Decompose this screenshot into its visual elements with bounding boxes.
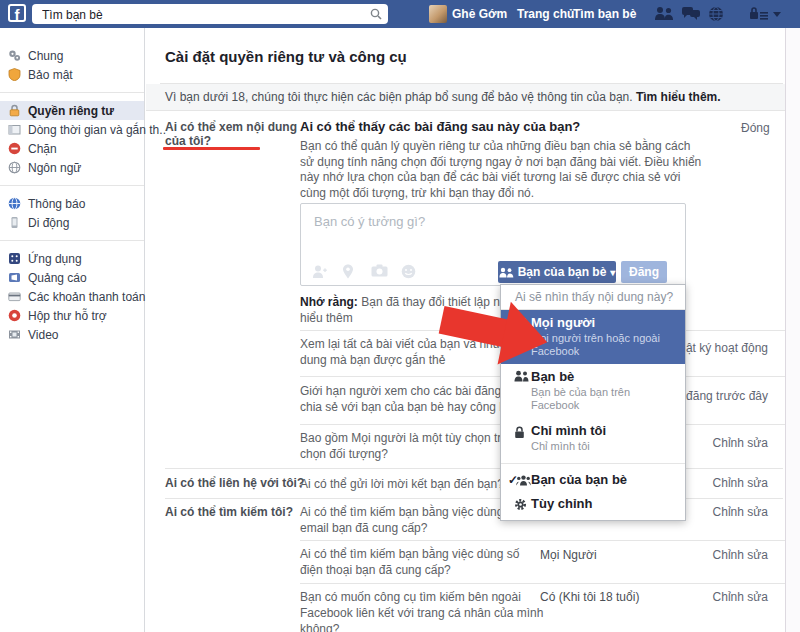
profile-name-link[interactable]: Ghẻ Gớm [452, 7, 507, 21]
sidebar-item-privacy[interactable]: Quyền riêng tư [0, 101, 144, 120]
lock-small-icon [514, 426, 525, 439]
sidebar-divider [0, 185, 144, 186]
minor-protection-notice: Vì bạn dưới 18, chúng tôi thực hiện các … [146, 84, 785, 111]
credit-card-icon [8, 290, 21, 303]
learn-more-link[interactable]: Tìm hiểu thêm. [636, 90, 721, 104]
friend-requests-icon[interactable] [654, 6, 674, 21]
nav-home-link[interactable]: Trang chủ [517, 7, 574, 21]
sidebar-item-ads[interactable]: Quảng cáo [0, 268, 144, 287]
top-navigation-bar: f Ghẻ Gớm Trang chủ Tìm bạn bè [0, 0, 800, 28]
section-label-who-can-look-up: Ai có thể tìm kiếm tôi? [165, 505, 305, 519]
lifebuoy-icon [8, 309, 21, 322]
messages-icon[interactable] [681, 6, 701, 21]
ads-icon [8, 271, 21, 284]
row-divider [300, 540, 785, 541]
group-icon [516, 475, 531, 486]
mobile-icon [8, 216, 21, 229]
annotation-arrow-shaft [439, 306, 509, 347]
lookup-phone-question: Ai có thể tìm kiếm bạn bằng việc dùng số… [300, 546, 544, 578]
globe-blue-icon [8, 197, 21, 210]
friends-of-friends-icon [499, 267, 514, 278]
search-icon[interactable] [370, 8, 382, 20]
section-label-who-can-contact: Ai có thể liên hệ với tôi? [165, 476, 305, 490]
emoji-icon[interactable] [401, 264, 416, 279]
sidebar-divider [0, 240, 144, 241]
edit-link[interactable]: Chỉnh sửa [628, 590, 768, 604]
composer-placeholder: Bạn có ý tưởng gì? [314, 214, 425, 229]
sidebar-item-payments[interactable]: Các khoản thanh toán [0, 287, 144, 306]
tag-person-icon[interactable] [311, 264, 327, 279]
sidebar-item-blocking[interactable]: Chặn [0, 139, 144, 158]
dropdown-item-friends-of-friends[interactable]: ✓ Bạn của bạn bè [501, 468, 685, 492]
dropdown-divider [501, 463, 685, 464]
dropdown-item-only-me[interactable]: Chỉ mình tôi Chỉ mình tôi [501, 418, 685, 459]
section-divider [165, 498, 783, 499]
content-right-border [785, 28, 786, 632]
audience-button-label: Bạn của bạn bè [518, 265, 607, 279]
page-title: Cài đặt quyền riêng tư và công cụ [165, 48, 407, 65]
gears-icon [8, 49, 21, 62]
globe-gray-icon [8, 161, 21, 174]
search-engines-value: Có (Khi tôi 18 tuổi) [540, 590, 639, 604]
search-box [32, 4, 388, 24]
search-engines-question: Bạn có muốn công cụ tìm kiếm bên ngoài F… [300, 589, 544, 632]
annotation-underline [163, 147, 260, 150]
block-icon [8, 142, 21, 155]
camera-icon[interactable] [371, 264, 388, 277]
sidebar-item-support-inbox[interactable]: Hộp thư hỗ trợ [0, 306, 144, 325]
sidebar-item-security[interactable]: Bảo mật [0, 65, 144, 84]
sidebar-item-mobile[interactable]: Di động [0, 213, 144, 232]
sidebar-divider [0, 92, 144, 93]
sidebar-item-videos[interactable]: Video [0, 325, 144, 344]
timeline-icon [8, 123, 21, 136]
sidebar-item-language[interactable]: Ngôn ngữ [0, 158, 144, 177]
settings-sidebar: Chung Bảo mật Quyền riêng tư Dòng thời g… [0, 28, 145, 632]
nav-find-friends-link[interactable]: Tìm bạn bè [573, 7, 636, 21]
film-icon [8, 328, 21, 341]
row-divider [300, 583, 785, 584]
facebook-logo[interactable]: f [8, 4, 26, 22]
account-menu-caret-icon[interactable] [773, 12, 781, 17]
search-input[interactable] [40, 4, 364, 26]
sidebar-item-general[interactable]: Chung [0, 46, 144, 65]
section-label-who-can-see: Ai có thể xem nội dung của tôi? [165, 120, 297, 148]
sidebar-item-timeline-tagging[interactable]: Dòng thời gian và gắn th.. [0, 120, 144, 139]
audience-caret-icon: ▾ [610, 267, 615, 278]
sidebar-item-notifications[interactable]: Thông báo [0, 194, 144, 213]
privacy-shortcuts-icon[interactable] [750, 6, 768, 20]
avatar[interactable] [429, 5, 447, 23]
dropdown-item-custom[interactable]: Tùy chỉnh [501, 492, 685, 516]
lookup-phone-value: Mọi Người [540, 548, 597, 562]
apps-icon [8, 252, 21, 265]
sidebar-item-apps[interactable]: Ứng dụng [0, 249, 144, 268]
notifications-icon[interactable] [708, 6, 724, 22]
post-button[interactable]: Đăng [621, 261, 667, 283]
notice-text: Vì bạn dưới 18, chúng tôi thực hiện các … [165, 90, 721, 104]
lock-icon [8, 104, 21, 117]
location-icon[interactable] [342, 264, 354, 279]
gear-icon [514, 498, 527, 511]
close-link[interactable]: Đóng [741, 121, 770, 135]
facebook-privacy-settings-page: f Ghẻ Gớm Trang chủ Tìm bạn bè Chung Bảo… [0, 0, 800, 632]
shield-icon [8, 68, 21, 81]
audience-selector-button[interactable]: Bạn của bạn bè ▾ [498, 261, 616, 283]
future-posts-description: Bạn có thể quản lý quyền riêng tư của nh… [300, 139, 704, 201]
future-posts-question: Ai có thể thấy các bài đăng sau này của … [300, 119, 580, 134]
edit-link[interactable]: Chỉnh sửa [628, 548, 768, 562]
page-right-margin [786, 28, 800, 632]
post-composer[interactable]: Bạn có ý tưởng gì? Bạn của bạn bè ▾ Đăng [300, 203, 686, 286]
section-divider [165, 468, 783, 469]
